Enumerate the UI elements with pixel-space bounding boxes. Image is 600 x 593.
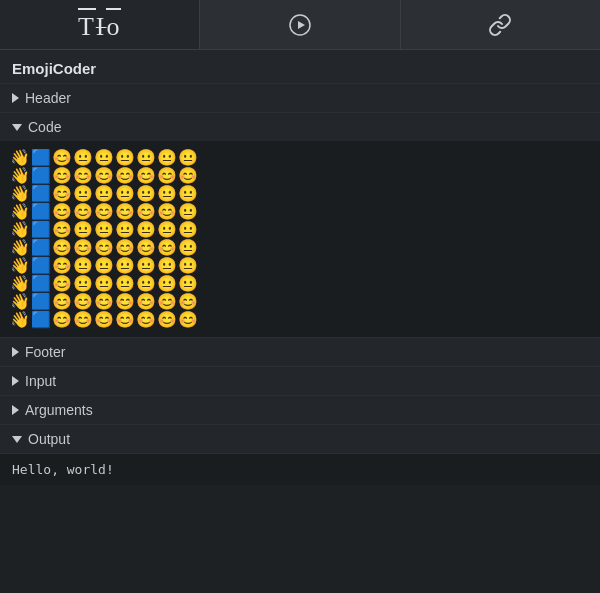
emoji-cell: 😊 (115, 168, 136, 184)
input-collapse-icon (12, 376, 19, 386)
emoji-cell: 😊 (115, 204, 136, 220)
emoji-cell: 😊 (157, 294, 178, 310)
emoji-cell: 👋 (10, 204, 31, 220)
emoji-cell: 😐 (178, 150, 199, 166)
emoji-cell: 🟦 (31, 258, 52, 274)
code-row: 👋🟦😊😐😐😐😐😐😐 (10, 149, 590, 167)
code-row: 👋🟦😊😐😐😐😐😐😐 (10, 275, 590, 293)
emoji-cell: 😐 (136, 222, 157, 238)
emoji-cell: 😊 (178, 312, 199, 328)
emoji-cell: 😐 (73, 150, 94, 166)
emoji-cell: 🟦 (31, 150, 52, 166)
emoji-cell: 😐 (178, 276, 199, 292)
header-collapse-icon (12, 93, 19, 103)
logo-tab[interactable]: TIo (0, 0, 200, 49)
code-row: 👋🟦😊😐😐😐😐😐😐 (10, 185, 590, 203)
emoji-cell: 🟦 (31, 240, 52, 256)
emoji-cell: 😐 (115, 258, 136, 274)
emoji-cell: 😊 (52, 186, 73, 202)
emoji-cell: 😐 (157, 258, 178, 274)
output-section-label: Output (28, 431, 70, 447)
emoji-cell: 😐 (136, 258, 157, 274)
output-section-header[interactable]: Output (0, 424, 600, 453)
emoji-cell: 😐 (94, 186, 115, 202)
emoji-cell: 😊 (178, 168, 199, 184)
arguments-section-header[interactable]: Arguments (0, 395, 600, 424)
code-row: 👋🟦😊😊😊😊😊😊😊 (10, 167, 590, 185)
tio-logo: TIo (78, 8, 122, 42)
emoji-cell: 😐 (115, 276, 136, 292)
emoji-cell: 😐 (178, 186, 199, 202)
svg-marker-1 (298, 21, 305, 29)
code-content: 👋🟦😊😐😐😐😐😐😐👋🟦😊😊😊😊😊😊😊👋🟦😊😐😐😐😐😐😐👋🟦😊😊😊😊😊😊😐👋🟦😊😐… (0, 141, 600, 337)
emoji-cell: 👋 (10, 258, 31, 274)
emoji-cell: 😊 (94, 168, 115, 184)
run-tab[interactable] (200, 0, 400, 49)
emoji-cell: 😊 (94, 240, 115, 256)
emoji-cell: 😐 (94, 150, 115, 166)
emoji-cell: 😊 (94, 312, 115, 328)
code-row: 👋🟦😊😐😐😐😐😐😐 (10, 257, 590, 275)
emoji-cell: 😊 (115, 294, 136, 310)
emoji-cell: 😊 (136, 168, 157, 184)
emoji-cell: 🟦 (31, 312, 52, 328)
emoji-cell: 👋 (10, 150, 31, 166)
emoji-cell: 😊 (52, 276, 73, 292)
emoji-cell: 😐 (178, 222, 199, 238)
emoji-cell: 🟦 (31, 222, 52, 238)
emoji-cell: 😊 (115, 312, 136, 328)
output-collapse-icon (12, 436, 22, 443)
header-section-header[interactable]: Header (0, 83, 600, 112)
emoji-cell: 👋 (10, 240, 31, 256)
emoji-cell: 😊 (73, 294, 94, 310)
header-section-label: Header (25, 90, 71, 106)
emoji-cell: 😊 (157, 204, 178, 220)
app-title: EmojiCoder (0, 50, 600, 83)
emoji-cell: 😐 (157, 186, 178, 202)
input-section-header[interactable]: Input (0, 366, 600, 395)
emoji-cell: 👋 (10, 222, 31, 238)
input-section-label: Input (25, 373, 56, 389)
emoji-cell: 😐 (178, 204, 199, 220)
emoji-cell: 😊 (94, 294, 115, 310)
emoji-cell: 😊 (157, 312, 178, 328)
emoji-cell: 😐 (136, 186, 157, 202)
emoji-cell: 😐 (94, 276, 115, 292)
emoji-cell: 🟦 (31, 294, 52, 310)
link-icon (488, 13, 512, 37)
emoji-cell: 😐 (73, 276, 94, 292)
code-row: 👋🟦😊😊😊😊😊😊😐 (10, 239, 590, 257)
emoji-cell: 😐 (157, 222, 178, 238)
emoji-cell: 😊 (73, 312, 94, 328)
emoji-cell: 😐 (115, 222, 136, 238)
emoji-cell: 😊 (73, 204, 94, 220)
footer-section-header[interactable]: Footer (0, 337, 600, 366)
emoji-cell: 😊 (136, 294, 157, 310)
top-bar: TIo (0, 0, 600, 50)
emoji-cell: 🟦 (31, 204, 52, 220)
play-icon (288, 13, 312, 37)
emoji-cell: 😊 (73, 168, 94, 184)
emoji-cell: 😐 (178, 240, 199, 256)
emoji-cell: 👋 (10, 294, 31, 310)
emoji-cell: 👋 (10, 168, 31, 184)
code-section-header[interactable]: Code (0, 112, 600, 141)
code-section-label: Code (28, 119, 61, 135)
footer-collapse-icon (12, 347, 19, 357)
code-row: 👋🟦😊😊😊😊😊😊😊 (10, 311, 590, 329)
emoji-cell: 😊 (52, 168, 73, 184)
emoji-cell: 😊 (178, 294, 199, 310)
emoji-cell: 😊 (52, 150, 73, 166)
code-row: 👋🟦😊😊😊😊😊😊😊 (10, 293, 590, 311)
link-tab[interactable] (401, 0, 600, 49)
emoji-cell: 😊 (52, 312, 73, 328)
emoji-cell: 😐 (73, 258, 94, 274)
emoji-cell: 😐 (157, 150, 178, 166)
emoji-cell: 😊 (52, 240, 73, 256)
emoji-cell: 😊 (52, 294, 73, 310)
emoji-cell: 😊 (73, 240, 94, 256)
emoji-cell: 😊 (136, 204, 157, 220)
output-content: Hello, world! (0, 453, 600, 485)
emoji-cell: 😊 (136, 312, 157, 328)
emoji-cell: 😊 (52, 222, 73, 238)
